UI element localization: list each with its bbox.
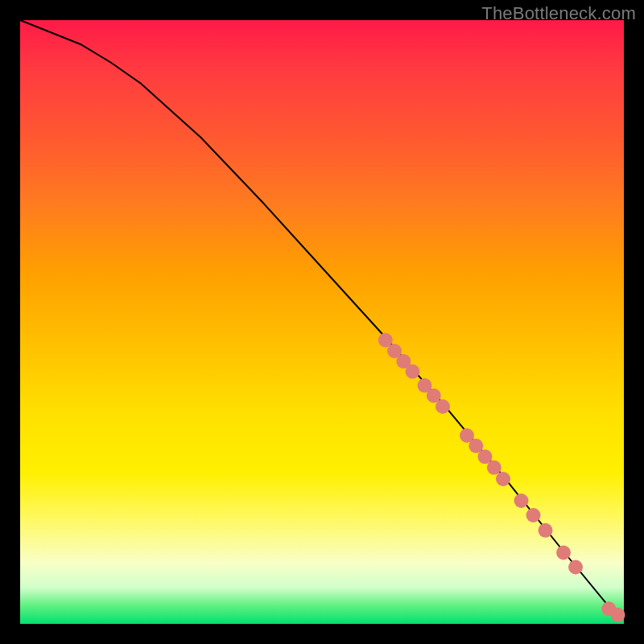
data-point: [568, 560, 583, 575]
data-point: [496, 472, 510, 486]
data-point: [539, 523, 553, 538]
chart-overlay: [20, 20, 624, 624]
data-point: [556, 546, 571, 560]
data-points: [378, 333, 625, 622]
data-point: [487, 460, 502, 475]
data-point: [611, 608, 625, 622]
data-point: [526, 508, 541, 522]
data-point: [436, 399, 450, 414]
data-point: [406, 365, 420, 379]
data-point: [514, 493, 529, 508]
bottleneck-curve: [20, 20, 624, 615]
